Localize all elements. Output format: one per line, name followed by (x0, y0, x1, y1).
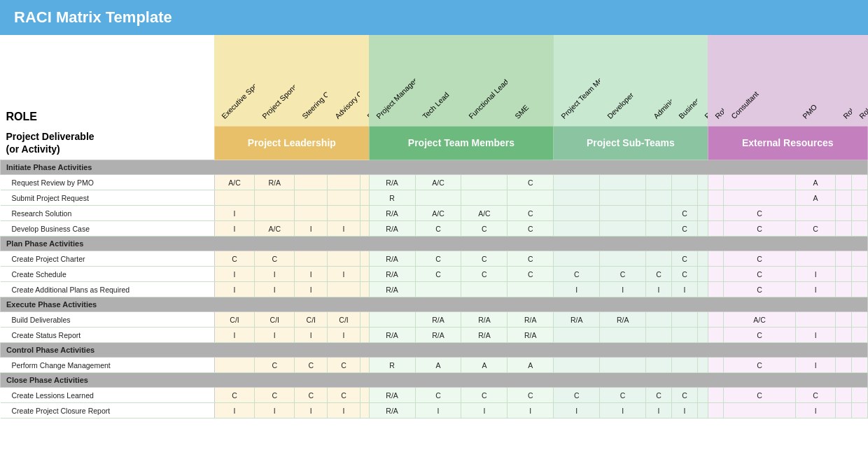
group-project-team-members: Project Team Members (369, 126, 554, 160)
raci-cell: C (415, 267, 461, 282)
raci-cell: R/A (461, 328, 507, 343)
raci-cell: R/A (369, 328, 415, 343)
raci-cell: R/A (369, 206, 415, 221)
col-header-project-manager: Project Manager (369, 35, 415, 126)
col-header-role5-external: Role #5 (708, 35, 724, 126)
raci-cell: C (724, 206, 796, 221)
raci-cell (836, 282, 852, 297)
raci-cell (708, 312, 724, 328)
raci-cell: I (795, 282, 835, 297)
raci-cell: C (671, 251, 697, 267)
activity-name: Create Lessions Learned (1, 388, 215, 403)
raci-cell: I (255, 403, 295, 419)
raci-cell (852, 221, 868, 237)
raci-cell: C (724, 388, 796, 403)
col-header-role5-leadership: Role #5 (360, 35, 369, 126)
raci-cell: R/A (415, 328, 461, 343)
raci-cell (600, 175, 646, 190)
col-header-developer: Developer (600, 35, 646, 126)
section-header-row: Execute Phase Activities (1, 297, 868, 312)
raci-cell: C/I (214, 312, 254, 328)
raci-cell: I (295, 221, 328, 237)
raci-cell (360, 175, 369, 190)
raci-cell (697, 267, 708, 282)
raci-cell: C/I (255, 312, 295, 328)
raci-cell (724, 190, 796, 206)
raci-cell (600, 206, 646, 221)
raci-cell (646, 190, 672, 206)
raci-cell (708, 175, 724, 190)
raci-cell: I (646, 282, 672, 297)
col-header-role3: Role #3 (836, 35, 852, 126)
raci-cell: C (255, 358, 295, 373)
activity-name: Submit Project Request (1, 190, 215, 206)
raci-cell: I (295, 403, 328, 419)
raci-cell (671, 358, 697, 373)
activity-name: Create Project Closure Report (1, 403, 215, 419)
raci-cell (852, 312, 868, 328)
raci-cell (708, 221, 724, 237)
raci-cell (461, 175, 507, 190)
raci-cell: C (671, 206, 697, 221)
raci-cell: C (328, 388, 360, 403)
header: RACI Matrix Template (0, 0, 868, 35)
raci-cell (836, 388, 852, 403)
raci-cell: R/A (415, 312, 461, 328)
raci-cell: I (255, 328, 295, 343)
raci-cell (697, 388, 708, 403)
raci-cell (697, 190, 708, 206)
activity-name: Create Project Charter (1, 251, 215, 267)
raci-cell: C (461, 221, 507, 237)
raci-cell: C (415, 251, 461, 267)
raci-cell (852, 175, 868, 190)
raci-cell: C (214, 388, 254, 403)
raci-cell: R/A (461, 312, 507, 328)
raci-cell: C (724, 282, 796, 297)
raci-cell (852, 206, 868, 221)
raci-cell: C (507, 388, 554, 403)
raci-cell: C (724, 358, 796, 373)
table-row: Create Status ReportIIIIR/AR/AR/AR/ACI (1, 328, 868, 343)
raci-cell (795, 251, 835, 267)
raci-cell: I (600, 403, 646, 419)
raci-cell: C (461, 388, 507, 403)
section-header-row: Plan Phase Activities (1, 237, 868, 251)
raci-cell (836, 175, 852, 190)
raci-cell (697, 282, 708, 297)
raci-cell (328, 175, 360, 190)
section-title: Execute Phase Activities (1, 297, 868, 312)
raci-cell (836, 206, 852, 221)
table-row: Submit Project RequestRA (1, 190, 868, 206)
raci-cell (697, 358, 708, 373)
section-title: Initiate Phase Activities (1, 160, 868, 175)
raci-cell: C/I (295, 312, 328, 328)
table-row: Perform Change ManagementCCCRAAACI (1, 358, 868, 373)
raci-cell (852, 190, 868, 206)
raci-cell (461, 282, 507, 297)
raci-cell: I (214, 221, 254, 237)
raci-cell: C (255, 251, 295, 267)
raci-cell (836, 358, 852, 373)
col-header-pmo: PMO (795, 35, 835, 126)
group-project-subteams: Project Sub-Teams (554, 126, 708, 160)
raci-cell: A/C (214, 175, 254, 190)
table-row: Create Project CharterCCR/ACCCCC (1, 251, 868, 267)
raci-cell: I (328, 221, 360, 237)
raci-cell: C (724, 267, 796, 282)
raci-cell: R/A (507, 312, 554, 328)
col-header-tech-lead: Tech Lead (415, 35, 461, 126)
raci-cell: C (646, 388, 672, 403)
section-header-row: Initiate Phase Activities (1, 160, 868, 175)
raci-cell (328, 206, 360, 221)
raci-cell (600, 251, 646, 267)
raci-cell (554, 221, 600, 237)
raci-cell (708, 190, 724, 206)
raci-cell (852, 251, 868, 267)
raci-cell: C (415, 221, 461, 237)
raci-cell: C (671, 388, 697, 403)
raci-cell: R/A (369, 267, 415, 282)
raci-cell (328, 282, 360, 297)
table-row: Create ScheduleIIIIR/ACCCCCCCCI (1, 267, 868, 282)
raci-cell (360, 328, 369, 343)
raci-cell (836, 328, 852, 343)
